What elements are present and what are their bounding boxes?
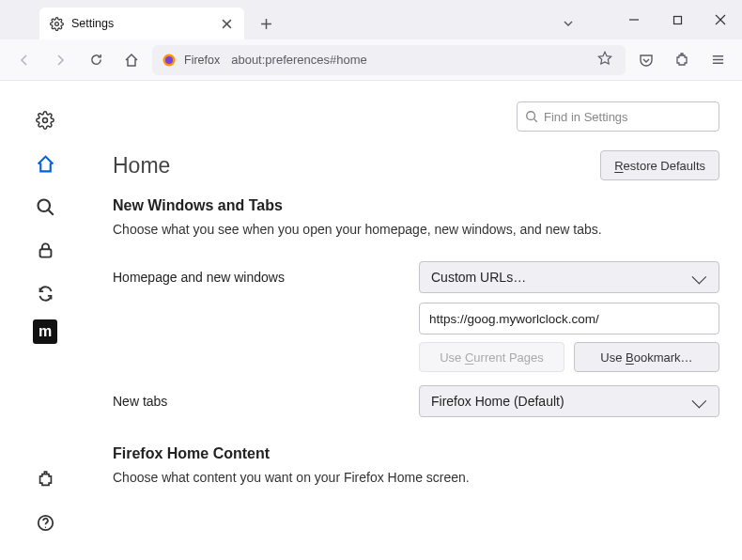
forward-button[interactable] bbox=[45, 45, 75, 75]
svg-point-15 bbox=[43, 118, 48, 123]
sidebar-item-home[interactable] bbox=[28, 147, 62, 180]
sidebar-item-sync[interactable] bbox=[28, 276, 62, 310]
svg-point-10 bbox=[165, 56, 173, 64]
homepage-select[interactable]: Custom URLs… bbox=[419, 261, 719, 293]
browser-tab[interactable]: Settings bbox=[39, 8, 244, 39]
sidebar-item-mozilla[interactable]: m bbox=[33, 319, 57, 344]
settings-main: Find in Settings Home Restore Defaults N… bbox=[90, 81, 742, 560]
titlebar: Settings bbox=[0, 0, 742, 39]
section-desc: Choose what content you want on your Fir… bbox=[113, 470, 719, 485]
settings-sidebar: m bbox=[0, 81, 90, 560]
new-tab-button[interactable] bbox=[252, 9, 280, 38]
url-toolbar: Firefox about:preferences#home bbox=[0, 39, 742, 81]
firefox-icon bbox=[162, 53, 177, 68]
sidebar-item-general[interactable] bbox=[28, 103, 62, 137]
sidebar-item-help[interactable] bbox=[28, 506, 62, 539]
svg-rect-6 bbox=[673, 16, 681, 23]
section-title: New Windows and Tabs bbox=[113, 197, 719, 214]
minimize-button[interactable] bbox=[612, 5, 656, 35]
svg-marker-11 bbox=[598, 52, 611, 64]
svg-point-0 bbox=[54, 22, 58, 25]
tab-title: Settings bbox=[71, 17, 210, 30]
sidebar-item-search[interactable] bbox=[28, 190, 62, 224]
app-menu-button[interactable] bbox=[703, 45, 733, 75]
section-title: Firefox Home Content bbox=[113, 445, 719, 462]
gear-icon bbox=[49, 16, 64, 31]
search-placeholder: Find in Settings bbox=[544, 110, 628, 124]
homepage-label: Homepage and new windows bbox=[113, 270, 404, 285]
svg-line-22 bbox=[534, 119, 537, 122]
svg-line-17 bbox=[49, 210, 54, 215]
pocket-button[interactable] bbox=[631, 45, 661, 75]
restore-defaults-button[interactable]: Restore Defaults bbox=[600, 150, 719, 180]
window-controls bbox=[612, 0, 742, 39]
content-area: m Find in Settings Home Restore Defaults… bbox=[0, 81, 742, 560]
homepage-url-input[interactable]: https://goog.myworlclock.com/ bbox=[419, 303, 719, 334]
maximize-button[interactable] bbox=[656, 5, 699, 35]
section-new-windows-tabs: New Windows and Tabs Choose what you see… bbox=[113, 197, 719, 417]
search-input[interactable]: Find in Settings bbox=[517, 101, 719, 132]
extensions-button[interactable] bbox=[667, 45, 697, 75]
close-icon[interactable] bbox=[218, 15, 235, 32]
svg-point-16 bbox=[39, 200, 51, 212]
svg-point-21 bbox=[527, 112, 535, 120]
use-current-pages-button[interactable]: Use Current Pages bbox=[419, 342, 564, 372]
search-icon bbox=[525, 110, 538, 123]
bookmark-star-icon[interactable] bbox=[597, 51, 616, 70]
use-bookmark-button[interactable]: Use Bookmark… bbox=[574, 342, 719, 372]
sidebar-item-privacy[interactable] bbox=[28, 233, 62, 267]
back-button[interactable] bbox=[9, 45, 39, 75]
home-button[interactable] bbox=[116, 45, 147, 75]
svg-point-20 bbox=[44, 526, 45, 527]
sidebar-item-extensions[interactable] bbox=[28, 462, 62, 496]
page-title: Home bbox=[113, 153, 600, 179]
newtabs-label: New tabs bbox=[113, 394, 404, 409]
newtabs-select[interactable]: Firefox Home (Default) bbox=[419, 385, 719, 417]
svg-rect-18 bbox=[39, 249, 51, 257]
address-bar[interactable]: Firefox about:preferences#home bbox=[152, 45, 626, 75]
url-text: about:preferences#home bbox=[231, 53, 590, 67]
reload-button[interactable] bbox=[81, 45, 111, 75]
section-desc: Choose what you see when you open your h… bbox=[113, 222, 719, 237]
url-prefix: Firefox bbox=[184, 54, 220, 67]
close-window-button[interactable] bbox=[699, 5, 742, 35]
tabs-overflow-button[interactable] bbox=[554, 9, 582, 38]
section-home-content: Firefox Home Content Choose what content… bbox=[113, 445, 719, 485]
